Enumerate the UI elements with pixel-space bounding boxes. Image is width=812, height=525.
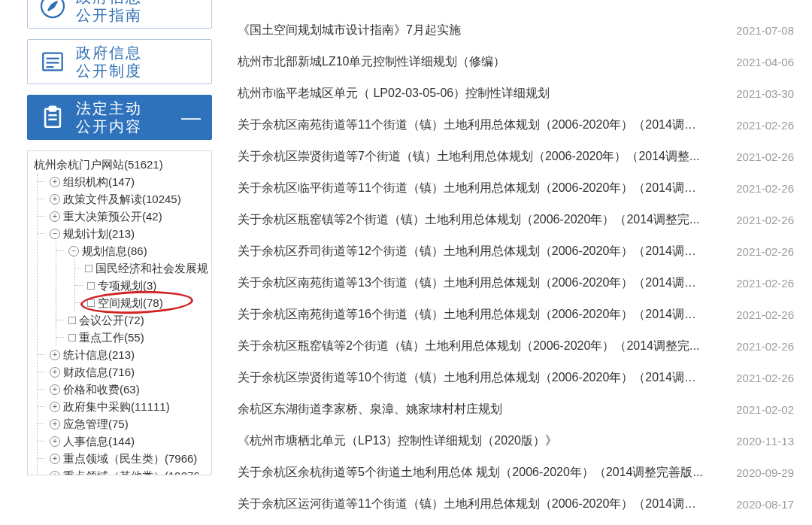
article-row[interactable]: 杭州市北部新城LZ10单元控制性详细规划（修编）2021-04-06 [238,47,794,78]
expand-icon[interactable]: + [50,194,60,205]
tree-node[interactable]: +重大决策预公开(42) [44,208,208,225]
tree-node[interactable]: +重点领域（其他类）(19276 [44,467,208,475]
article-row[interactable]: 关于余杭区瓶窑镇等2个街道（镇）土地利用总体规划（2006-2020年）（201… [238,331,794,363]
tree-node[interactable]: 会议公开(72) [62,311,208,329]
leaf-icon [87,299,95,307]
collapse-icon[interactable]: − [50,229,60,239]
clipboard-icon [38,103,67,132]
article-title: 关于余杭区南苑街道等11个街道（镇）土地利用总体规划（2006-2020年）（2… [238,117,704,133]
tree-label: 财政信息(716) [63,364,135,380]
tree-label: 国民经济和社会发展规 [95,260,208,276]
tree-label: 空间规划(78) [98,295,163,311]
card-line1: 法定主动 [76,99,142,117]
card-legal-active[interactable]: 法定主动 公开内容 — [27,95,212,140]
article-row[interactable]: 关于余杭区崇贤街道等7个街道（镇）土地利用总体规划（2006-2020年）（20… [238,141,794,173]
article-date: 2020-11-13 [721,435,794,448]
leaf-icon [87,282,95,290]
card-line2: 公开内容 [76,117,142,135]
leaf-icon [68,317,76,324]
article-date: 2021-02-26 [721,308,794,321]
article-row[interactable]: 关于余杭区运河街道等11个街道（镇）土地利用总体规划（2006-2020年）（2… [238,489,794,520]
tree-label: 价格和收费(63) [63,381,140,397]
article-title: 关于余杭区瓶窑镇等2个街道（镇）土地利用总体规划（2006-2020年）（201… [238,212,699,228]
tree-node[interactable]: +财政信息(716) [44,363,208,381]
tree-label: 政府集中采购(11111) [63,399,170,414]
article-date: 2021-02-26 [721,372,794,384]
article-date: 2021-02-26 [721,119,794,132]
collapse-icon[interactable]: − [68,246,79,256]
tree-node[interactable]: +政策文件及解读(10245) [44,190,208,208]
tree-node[interactable]: −规划信息(86) [62,242,208,259]
article-row[interactable]: 关于余杭区乔司街道等12个街道（镇）土地利用总体规划（2006-2020年）（2… [238,236,794,268]
article-date: 2021-02-26 [721,214,794,226]
article-row[interactable]: 《杭州市塘栖北单元（LP13）控制性详细规划（2020版）》2020-11-13 [238,426,794,457]
expand-icon[interactable]: + [50,419,60,429]
leaf-icon [68,334,76,341]
tree-node[interactable]: +统计信息(213) [44,346,208,363]
article-row[interactable]: 关于余杭区余杭街道等5个街道土地利用总体 规划（2006-2020年）（2014… [238,457,794,489]
tree-label: 重点领域（民生类）(7966) [63,451,197,466]
tree-node[interactable]: +政府集中采购(11111) [44,398,208,415]
tree-label: 应急管理(75) [63,416,129,432]
article-title: 《国土空间规划城市设计指南》7月起实施 [238,23,461,38]
collapse-icon[interactable]: — [181,108,201,127]
expand-icon[interactable]: + [50,367,60,378]
tree-root-node[interactable]: 杭州余杭门户网站(51621) [32,156,208,173]
article-title: 杭州市北部新城LZ10单元控制性详细规划（修编） [238,54,505,70]
article-row[interactable]: 关于余杭区南苑街道等16个街道（镇）土地利用总体规划（2006-2020年）（2… [238,299,794,331]
tree-label: 规划计划(213) [63,226,135,241]
expand-icon[interactable]: + [50,436,60,447]
card-line2: 公开指南 [76,6,142,24]
document-list-icon [38,47,67,76]
article-row[interactable]: 关于余杭区南苑街道等13个街道（镇）土地利用总体规划（2006-2020年）（2… [238,268,794,299]
article-date: 2021-02-26 [721,182,794,195]
expand-icon[interactable]: + [50,471,60,475]
article-title: 关于余杭区运河街道等11个街道（镇）土地利用总体规划（2006-2020年）（2… [238,496,704,512]
leaf-icon [85,265,92,272]
article-row[interactable]: 关于余杭区崇贤街道等10个街道（镇）土地利用总体规划（2006-2020年）（2… [238,363,794,394]
svg-rect-7 [50,107,56,111]
article-title: 关于余杭区余杭街道等5个街道土地利用总体 规划（2006-2020年）（2014… [238,465,703,481]
article-date: 2020-09-29 [721,466,794,479]
article-row[interactable]: 关于余杭区临平街道等11个街道（镇）土地利用总体规划（2006-2020年）（2… [238,173,794,205]
expand-icon[interactable]: + [50,211,60,222]
article-row[interactable]: 杭州市临平老城区单元（ LP02-03-05-06）控制性详细规划2021-03… [238,78,794,110]
tree-node[interactable]: +价格和收费(63) [44,381,208,398]
expand-icon[interactable]: + [50,384,60,395]
tree-node[interactable]: +应急管理(75) [44,415,208,432]
tree-node[interactable]: −规划计划(213) [44,225,208,242]
card-info-system[interactable]: 政府信息 公开制度 [27,39,212,84]
tree-node[interactable]: +组织机构(147) [44,173,208,190]
article-row[interactable]: 关于余杭区南苑街道等11个街道（镇）土地利用总体规划（2006-2020年）（2… [238,110,794,141]
tree-scroll[interactable]: 杭州余杭门户网站(51621)+组织机构(147)+政策文件及解读(10245)… [28,151,211,475]
card-info-guide[interactable]: 政府信息 公开指南 [27,0,212,29]
expand-icon[interactable]: + [50,402,60,412]
article-title: 关于余杭区瓶窑镇等2个街道（镇）土地利用总体规划（2006-2020年）（201… [238,338,699,354]
tree-node[interactable]: +人事信息(144) [44,432,208,450]
svg-marker-1 [48,2,57,11]
card-line1: 政府信息 [76,44,142,62]
article-date: 2021-07-08 [721,24,794,37]
tree-node[interactable]: 空间规划(78) [81,294,208,311]
article-date: 2020-08-17 [721,498,794,511]
tree-node[interactable]: 国民经济和社会发展规 [81,259,208,277]
tree-label: 组织机构(147) [63,174,135,190]
article-title: 《杭州市塘栖北单元（LP13）控制性详细规划（2020版）》 [238,433,557,449]
tree-node[interactable]: 专项规划(3) [81,277,208,294]
article-title: 余杭区东湖街道李家桥、泉漳、姚家埭村村庄规划 [238,402,502,417]
article-title: 关于余杭区崇贤街道等10个街道（镇）土地利用总体规划（2006-2020年）（2… [238,370,704,386]
article-date: 2021-02-26 [721,245,794,258]
article-date: 2021-02-26 [721,340,794,353]
article-row[interactable]: 杭州市东明山单元（LZ03）控制性详细规划2020-04-30 [238,520,794,525]
expand-icon[interactable]: + [50,454,60,464]
article-row[interactable]: 《国土空间规划城市设计指南》7月起实施2021-07-08 [238,15,794,47]
expand-icon[interactable]: + [50,177,60,187]
article-date: 2021-02-26 [721,150,794,163]
article-row[interactable]: 关于余杭区瓶窑镇等2个街道（镇）土地利用总体规划（2006-2020年）（201… [238,205,794,236]
expand-icon[interactable]: + [50,350,60,360]
tree-label: 人事信息(144) [63,433,135,449]
tree-label: 会议公开(72) [79,312,144,328]
tree-node[interactable]: 重点工作(55) [62,329,208,346]
article-row[interactable]: 余杭区东湖街道李家桥、泉漳、姚家埭村村庄规划2021-02-02 [238,394,794,426]
tree-node[interactable]: +重点领域（民生类）(7966) [44,450,208,467]
